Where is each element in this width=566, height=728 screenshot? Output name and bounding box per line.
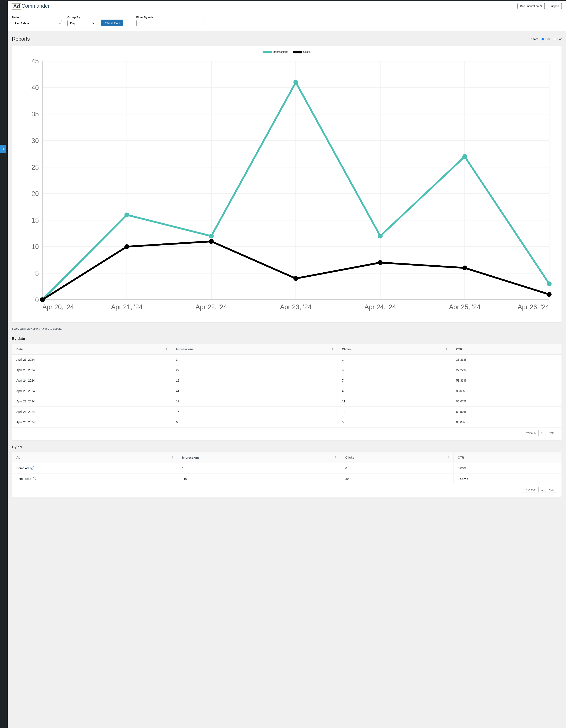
by-ad-title: By ad (12, 445, 562, 449)
legend-clicks: Clicks (303, 50, 310, 53)
sort-icon[interactable]: ▲▼ (331, 348, 333, 350)
by-ad-prev-button[interactable]: Previous (522, 487, 539, 492)
by-ad-table: Ad▲▼Impressions▲▼Clicks▲▼CTR Demo Ad100.… (12, 452, 562, 484)
cell: 3 (172, 355, 338, 365)
app-logo: AdCommander (12, 3, 50, 9)
cell: April 22, 2024 (12, 396, 172, 407)
svg-text:15: 15 (31, 217, 39, 224)
cell: 27 (172, 365, 338, 375)
table-row: Demo Ad100.00% (12, 463, 562, 473)
svg-text:Apr 25, '24: Apr 25, '24 (449, 303, 480, 311)
logo-bold: Ad (12, 3, 21, 10)
edit-icon[interactable] (30, 466, 34, 470)
topbar: AdCommander Documentation Support (8, 1, 566, 12)
table-row: April 26, 20243133.33% (12, 355, 562, 365)
cell: April 23, 2024 (12, 386, 172, 396)
logo-rest: Commander (21, 3, 50, 9)
svg-point-44 (40, 297, 45, 302)
cell: 12 (172, 375, 338, 386)
chart-bar-radio[interactable] (554, 38, 556, 40)
svg-text:10: 10 (31, 243, 39, 250)
svg-point-50 (547, 292, 552, 297)
sort-icon[interactable]: ▲▼ (447, 456, 449, 459)
filter-bar: Period Past 7 days Group By Day . Refres… (8, 12, 566, 31)
cell: 22.22% (452, 365, 562, 375)
table-row: April 25, 202427622.22% (12, 365, 562, 375)
col-ad[interactable]: Ad▲▼ (12, 452, 178, 463)
cell: 7 (338, 375, 452, 386)
refresh-data-button[interactable]: Refresh Data (101, 20, 123, 26)
col-clicks[interactable]: Clicks▲▼ (338, 344, 452, 355)
chart-line-radio[interactable] (542, 38, 544, 40)
cell: April 24, 2024 (12, 375, 172, 386)
svg-text:Apr 22, '24: Apr 22, '24 (196, 303, 227, 311)
col-ctr[interactable]: CTR (454, 452, 562, 463)
table-row: April 24, 202412758.33% (12, 375, 562, 386)
by-date-table: Date▲▼Impressions▲▼Clicks▲▼CTR April 26,… (12, 344, 562, 428)
svg-point-43 (547, 281, 552, 286)
chart-card: Impressions Clicks 051015202530354045Apr… (12, 46, 562, 322)
table-row: April 20, 2024000.00% (12, 417, 562, 428)
cell: 10 (338, 407, 452, 417)
svg-point-38 (125, 212, 129, 217)
col-impressions[interactable]: Impressions▲▼ (178, 452, 341, 463)
cell: April 20, 2024 (12, 417, 172, 428)
svg-point-45 (125, 244, 129, 249)
svg-point-48 (378, 260, 382, 265)
impressions-swatch (263, 51, 272, 53)
svg-point-39 (209, 234, 214, 238)
cell: 91.67% (452, 396, 562, 407)
col-clicks[interactable]: Clicks▲▼ (341, 452, 454, 463)
edit-icon[interactable] (33, 477, 36, 480)
filter-by-ads-input[interactable] (136, 20, 205, 26)
by-ad-card: Ad▲▼Impressions▲▼Clicks▲▼CTR Demo Ad100.… (12, 452, 562, 497)
svg-point-42 (462, 154, 467, 159)
cell: 41 (172, 386, 338, 396)
svg-text:5: 5 (35, 270, 39, 277)
by-date-title: By date (12, 337, 562, 341)
sort-icon[interactable]: ▲▼ (166, 348, 167, 350)
filter-by-ads-label: Filter By Ads (136, 16, 205, 19)
by-date-next-button[interactable]: Next (546, 430, 557, 436)
sort-icon[interactable]: ▲▼ (172, 456, 173, 459)
chart-line-option[interactable]: Line (542, 37, 551, 41)
col-impressions[interactable]: Impressions▲▼ (172, 344, 338, 355)
cell: 12 (172, 396, 338, 407)
col-ctr[interactable]: CTR (452, 344, 562, 355)
cell: 16 (172, 407, 338, 417)
chart-bar-option[interactable]: Bar (554, 37, 562, 41)
cell: 11 (338, 396, 452, 407)
cell: 110 (178, 473, 341, 484)
chart-label: Chart: (530, 37, 539, 41)
period-select[interactable]: Past 7 days (12, 20, 62, 26)
by-date-page-number: 1 (539, 430, 546, 436)
chart-type-toggle: Chart: Line Bar (530, 37, 562, 41)
cell: 62.50% (452, 407, 562, 417)
group-by-select[interactable]: Day (67, 20, 95, 26)
svg-line-0 (541, 5, 542, 6)
cell: 1 (178, 463, 341, 473)
legend-impressions: Impressions (273, 50, 288, 53)
sort-icon[interactable]: ▲▼ (335, 456, 337, 459)
cell: 0 (172, 417, 338, 428)
col-date[interactable]: Date▲▼ (12, 344, 172, 355)
by-date-prev-button[interactable]: Previous (522, 430, 539, 436)
svg-text:20: 20 (31, 190, 39, 197)
sort-icon[interactable]: ▲▼ (446, 348, 447, 350)
documentation-button[interactable]: Documentation (517, 3, 545, 9)
by-ad-next-button[interactable]: Next (546, 487, 557, 492)
cell: April 21, 2024 (12, 407, 172, 417)
cell: 33.33% (452, 355, 562, 365)
table-row: April 21, 2024161062.50% (12, 407, 562, 417)
cell: 0.00% (452, 417, 562, 428)
external-link-icon (540, 5, 542, 7)
drawer-toggle[interactable] (0, 145, 6, 153)
svg-text:25: 25 (31, 164, 39, 171)
cell: 1 (338, 355, 452, 365)
period-label: Period (12, 16, 62, 19)
support-button[interactable]: Support (547, 3, 562, 9)
documentation-label: Documentation (520, 4, 539, 8)
svg-text:Apr 20, '24: Apr 20, '24 (42, 303, 74, 311)
svg-text:Apr 26, '24: Apr 26, '24 (518, 303, 549, 311)
table-row: April 22, 2024121191.67% (12, 396, 562, 407)
